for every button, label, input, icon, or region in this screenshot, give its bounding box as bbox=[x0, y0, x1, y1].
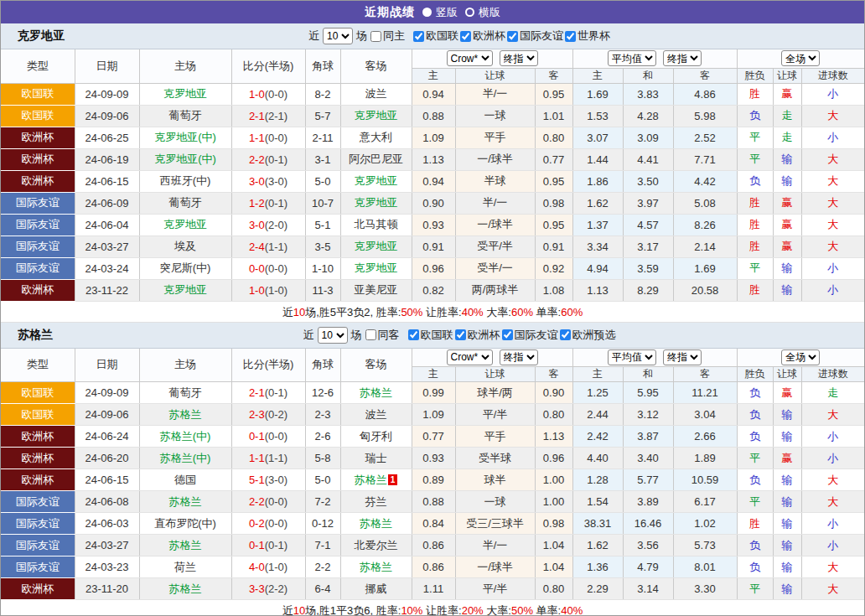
column-header: 客场 bbox=[340, 349, 412, 382]
score-cell: 3-3(2-2) bbox=[231, 578, 305, 600]
score-cell: 2-1(2-1) bbox=[231, 105, 305, 127]
crown-odds-cell: 两/两球半 bbox=[455, 279, 535, 301]
result-cell: 走 bbox=[773, 127, 801, 148]
crown-odds-cell: 1.04 bbox=[535, 556, 572, 578]
average-odds-cell: 3.30 bbox=[673, 578, 737, 600]
result-cell: 输 bbox=[773, 404, 801, 426]
league-filter-2[interactable]: 国际友谊 bbox=[502, 328, 558, 343]
radio-selected-icon bbox=[422, 8, 432, 17]
home-team-cell: 苏格兰 bbox=[139, 491, 231, 513]
league-filter-3[interactable]: 欧洲预选 bbox=[560, 328, 616, 343]
away-team-cell: 匈牙利 bbox=[340, 426, 412, 448]
corner-cell: 5-0 bbox=[305, 170, 340, 192]
result-cell: 小 bbox=[801, 257, 864, 279]
league-checkbox[interactable] bbox=[565, 31, 576, 42]
crown-odds-cell: 半球 bbox=[455, 170, 535, 192]
away-team-cell: 阿尔巴尼亚 bbox=[340, 148, 412, 170]
result-cell: 赢 bbox=[773, 382, 801, 404]
league-checkbox[interactable] bbox=[507, 31, 518, 42]
result-cell: 大 bbox=[801, 192, 864, 214]
same-side-checkbox-input[interactable] bbox=[370, 31, 381, 42]
average-odds-cell: 3.04 bbox=[673, 404, 737, 426]
league-filter-0[interactable]: 欧国联 bbox=[408, 328, 453, 343]
summary-part: 10% bbox=[401, 604, 422, 616]
avg-source-select[interactable]: 平均值 bbox=[608, 50, 656, 66]
halftime-score: (0-0) bbox=[265, 517, 287, 530]
league-filter-2[interactable]: 国际友谊 bbox=[507, 28, 563, 44]
average-odds-cell: 1.54 bbox=[572, 491, 623, 513]
average-odds-cell: 2.66 bbox=[673, 426, 737, 448]
result-cell: 大 bbox=[801, 170, 864, 192]
corner-cell: 11-3 bbox=[305, 279, 340, 301]
match-row: 欧国联24-09-06苏格兰2-3(0-2)2-3波兰1.09平/半0.802.… bbox=[1, 404, 864, 426]
section-control-bar: 苏格兰 近 10 场 同客 欧国联欧洲杯国际友谊欧洲预选 bbox=[1, 323, 864, 349]
same-side-checkbox-input[interactable] bbox=[365, 329, 376, 340]
match-count-select[interactable]: 10 bbox=[318, 327, 348, 344]
column-header: 主场 bbox=[139, 349, 231, 382]
league-filter-3[interactable]: 世界杯 bbox=[565, 28, 610, 44]
scope-select[interactable]: 全场 bbox=[781, 349, 820, 365]
league-checkbox[interactable] bbox=[502, 329, 513, 340]
corner-cell: 7-2 bbox=[305, 491, 340, 513]
match-count-select[interactable]: 10 bbox=[323, 28, 353, 44]
home-team-cell: 苏格兰 bbox=[139, 535, 231, 556]
avg-time-select[interactable]: 终指 bbox=[663, 349, 702, 365]
panel-title: 近期战绩 bbox=[365, 5, 415, 20]
sub-column-header: 进球数 bbox=[801, 68, 864, 83]
league-checkbox[interactable] bbox=[408, 329, 419, 340]
home-team-cell: 苏格兰 bbox=[139, 404, 231, 426]
sub-column-header: 客 bbox=[673, 367, 737, 382]
match-row: 国际友谊24-06-08苏格兰2-2(0-0)7-2芬兰0.88一球1.001.… bbox=[1, 491, 864, 513]
column-header: 日期 bbox=[75, 349, 139, 382]
crown-odds-cell: 1.00 bbox=[535, 491, 572, 513]
layout-option-vertical[interactable]: 竖版 bbox=[422, 5, 458, 20]
result-cell: 大 bbox=[801, 105, 864, 127]
average-odds-cell: 2.44 bbox=[572, 404, 623, 426]
result-cell: 平 bbox=[737, 127, 773, 148]
fulltime-score: 2-1 bbox=[249, 110, 265, 122]
league-filter-1[interactable]: 欧洲杯 bbox=[455, 328, 500, 343]
avg-source-select[interactable]: 平均值 bbox=[608, 349, 656, 365]
odds-time-select[interactable]: 终指 bbox=[500, 349, 538, 365]
home-team-cell: 突尼斯(中) bbox=[139, 257, 231, 279]
odds-source-select[interactable]: Crow* bbox=[447, 349, 493, 365]
odds-source-select[interactable]: Crow* bbox=[447, 50, 493, 66]
fulltime-score: 2-2 bbox=[249, 495, 265, 508]
league-checkbox[interactable] bbox=[460, 31, 471, 42]
home-team-cell: 西班牙(中) bbox=[139, 170, 231, 192]
crown-odds-cell: 1.04 bbox=[535, 535, 572, 556]
average-odds-cell: 4.94 bbox=[572, 257, 623, 279]
result-cell: 负 bbox=[737, 382, 773, 404]
league-checkbox[interactable] bbox=[560, 329, 571, 340]
header-select-group: Crow*终指 bbox=[412, 349, 572, 367]
same-side-checkbox[interactable]: 同主 bbox=[370, 28, 405, 44]
halftime-score: (0-0) bbox=[265, 430, 287, 443]
home-team-cell: 苏格兰(中) bbox=[139, 426, 231, 448]
match-date-cell: 24-06-09 bbox=[75, 192, 139, 214]
crown-odds-cell: 0.96 bbox=[412, 257, 455, 279]
away-team-cell: 瑞士 bbox=[340, 448, 412, 469]
home-team-cell: 直布罗陀(中) bbox=[139, 513, 231, 535]
result-cell: 胜 bbox=[737, 513, 773, 535]
result-cell: 负 bbox=[737, 469, 773, 491]
scope-select[interactable]: 全场 bbox=[781, 50, 820, 66]
match-date-cell: 24-03-27 bbox=[75, 236, 139, 257]
match-row: 欧国联24-09-06葡萄牙2-1(2-1)5-7克罗地亚0.88一球1.011… bbox=[1, 105, 864, 127]
sub-column-header: 主 bbox=[412, 367, 455, 382]
match-type-cell: 国际友谊 bbox=[1, 236, 75, 257]
league-checkbox[interactable] bbox=[455, 329, 466, 340]
same-side-checkbox[interactable]: 同客 bbox=[365, 328, 400, 343]
crown-odds-cell: 球半 bbox=[455, 469, 535, 491]
avg-time-select[interactable]: 终指 bbox=[663, 50, 702, 66]
sub-column-header: 和 bbox=[623, 68, 673, 83]
fulltime-score: 2-3 bbox=[249, 408, 265, 421]
crown-odds-cell: 0.95 bbox=[535, 214, 572, 236]
layout-option-horizontal[interactable]: 横版 bbox=[465, 5, 500, 20]
league-filter-1[interactable]: 欧洲杯 bbox=[460, 28, 505, 44]
match-row: 欧国联24-09-09葡萄牙2-1(0-1)12-6苏格兰0.99球半/两0.9… bbox=[1, 382, 864, 404]
odds-time-select[interactable]: 终指 bbox=[500, 50, 538, 66]
halftime-score: (2-0) bbox=[265, 219, 287, 231]
league-checkbox[interactable] bbox=[413, 31, 424, 42]
league-filter-0[interactable]: 欧国联 bbox=[413, 28, 458, 44]
match-date-cell: 23-11-22 bbox=[75, 279, 139, 301]
